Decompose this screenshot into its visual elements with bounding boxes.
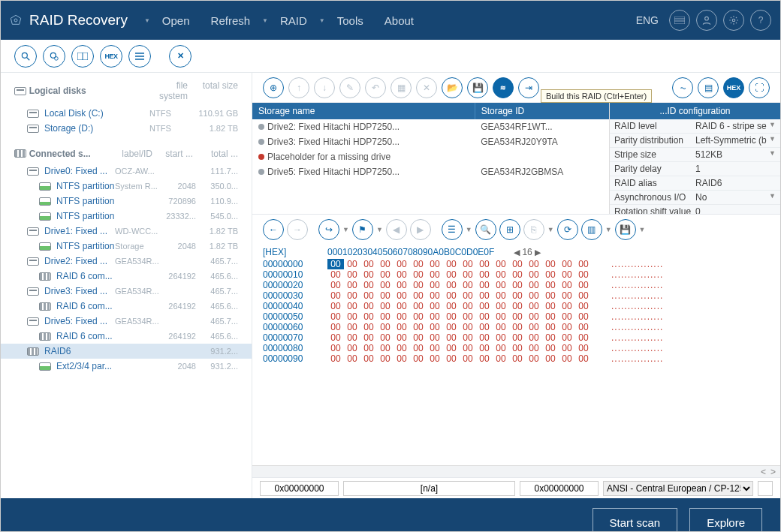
- hex-toggle-button[interactable]: HEX: [723, 77, 744, 98]
- svg-point-7: [22, 53, 27, 58]
- toggle-panel-icon[interactable]: [669, 10, 690, 31]
- menu-raid[interactable]: RAID: [271, 10, 316, 32]
- goto-button[interactable]: ↪: [318, 219, 339, 240]
- build-raid-button[interactable]: ≋: [493, 77, 514, 98]
- footer: Start scan Explore: [1, 498, 780, 532]
- status-extra[interactable]: [758, 481, 773, 496]
- open-button[interactable]: 📂: [442, 77, 463, 98]
- storage-row[interactable]: Ext2/3/4 par...2048931.2...: [1, 359, 252, 374]
- config-row[interactable]: RAID aliasRAID6: [610, 176, 780, 191]
- config-row[interactable]: Asynchronous I/ONo▼: [610, 191, 780, 205]
- status-mid[interactable]: [343, 481, 515, 496]
- hex-row[interactable]: 0000002000000000000000000000000000000000…: [263, 280, 770, 290]
- app-logo: RAID Recovery: [10, 12, 128, 29]
- hex-row[interactable]: 0000009000000000000000000000000000000000…: [263, 353, 770, 364]
- caret-icon: ▼: [262, 17, 268, 24]
- columns-button[interactable]: ▥: [581, 219, 602, 240]
- hex-row[interactable]: 0000004000000000000000000000000000000000…: [263, 301, 770, 311]
- hex-row[interactable]: 0000003000000000000000000000000000000000…: [263, 290, 770, 301]
- copy-button[interactable]: ⎘: [523, 219, 544, 240]
- menu-open[interactable]: Open: [153, 10, 199, 32]
- help-icon[interactable]: ?: [750, 10, 771, 31]
- activity-icon[interactable]: ⏦: [672, 77, 693, 98]
- config-row[interactable]: Parity delay1: [610, 162, 780, 176]
- storage-row[interactable]: NTFS partitionStorage20481.82 TB: [1, 239, 252, 254]
- connected-storages-tree: Drive0: Fixed ...OCZ-AW...111.7...NTFS p…: [1, 162, 252, 375]
- storage-row[interactable]: NTFS partition23332...545.0...: [1, 209, 252, 224]
- find-button[interactable]: 🔍: [475, 219, 496, 240]
- hex-row[interactable]: 0000001000000000000000000000000000000000…: [263, 269, 770, 280]
- storage-row[interactable]: RAID 6 com...264192465.6...: [1, 269, 252, 284]
- nav-back-button[interactable]: ←: [263, 219, 284, 240]
- hex-row[interactable]: 0000005000000000000000000000000000000000…: [263, 311, 770, 322]
- sidebar: Logical disks file systemtotal size Loca…: [1, 73, 252, 498]
- start-scan-button[interactable]: Start scan: [593, 508, 678, 533]
- fullscreen-icon[interactable]: ⛶: [749, 77, 770, 98]
- config-header: ...ID configuration: [610, 103, 780, 119]
- next-button[interactable]: ▶: [410, 219, 431, 240]
- drive-toolbar: ⊕ ↑ ↓ ✎ ↶ ▦ ✕ 📂 💾 ≋ ⇥ Build this RAID (C…: [252, 73, 780, 103]
- storage-row[interactable]: Drive5: Fixed ...GEA534R...465.7...: [1, 314, 252, 329]
- svg-point-1: [14, 19, 17, 22]
- list-button[interactable]: [128, 45, 151, 68]
- encoding-select[interactable]: ANSI - Central European / CP-1250: [603, 481, 753, 496]
- hex-scrollbar[interactable]: <>: [252, 465, 780, 477]
- hex-row[interactable]: 0000008000000000000000000000000000000000…: [263, 343, 770, 353]
- grid-button[interactable]: ⊞: [499, 219, 520, 240]
- menu-refresh[interactable]: Refresh: [202, 10, 260, 32]
- table-header[interactable]: Storage ID: [475, 103, 612, 119]
- explore-button[interactable]: Explore: [689, 508, 762, 533]
- partition-button[interactable]: [71, 45, 94, 68]
- language-label[interactable]: ENG: [636, 14, 659, 26]
- move-up-button[interactable]: ↑: [288, 77, 309, 98]
- config-row[interactable]: Rotation shift value0: [610, 205, 780, 214]
- placeholder-button[interactable]: ▦: [390, 77, 412, 98]
- save-button[interactable]: 💾: [467, 77, 488, 98]
- user-icon[interactable]: [696, 10, 717, 31]
- config-row[interactable]: RAID levelRAID 6 - stripe se▼: [610, 119, 780, 134]
- rescan-button[interactable]: [43, 45, 65, 68]
- storage-row[interactable]: NTFS partition720896110.9...: [1, 194, 252, 209]
- hex-row[interactable]: 0000007000000000000000000000000000000000…: [263, 332, 770, 343]
- storage-row[interactable]: RAID 6 com...264192465.6...: [1, 299, 252, 314]
- hex-row[interactable]: 0000006000000000000000000000000000000000…: [263, 322, 770, 332]
- menu-about[interactable]: About: [375, 10, 423, 32]
- table-header[interactable]: Storage name: [252, 103, 475, 119]
- refresh-button[interactable]: ⟳: [557, 219, 578, 240]
- remove-button[interactable]: ✕: [416, 77, 437, 98]
- logical-disk-row[interactable]: Storage (D:)NTFS1.82 TB: [1, 121, 252, 136]
- hex-viewer[interactable]: [HEX] 000102030405060708090A0B0C0D0E0F ◀…: [252, 244, 780, 465]
- config-row[interactable]: Parity distributionLeft-Symmetric (b▼: [610, 134, 780, 148]
- move-down-button[interactable]: ↓: [314, 77, 335, 98]
- offset-input-2[interactable]: [520, 481, 599, 496]
- bookmark-button[interactable]: ⚑: [352, 219, 373, 240]
- view-mode-button[interactable]: ☰: [442, 219, 463, 240]
- storage-row[interactable]: RAID6931.2...: [1, 344, 252, 359]
- gear-icon[interactable]: [723, 10, 744, 31]
- svg-rect-2: [674, 17, 685, 24]
- hex-row[interactable]: 0000000000000000000000000000000000000000…: [263, 259, 770, 269]
- hex-label: [HEX]: [263, 247, 327, 257]
- storage-row[interactable]: Drive0: Fixed ...OCZ-AW...111.7...: [1, 164, 252, 179]
- prev-button[interactable]: ◀: [386, 219, 407, 240]
- config-row[interactable]: Stripe size512KB▼: [610, 148, 780, 162]
- undo-button[interactable]: ↶: [365, 77, 386, 98]
- add-drive-button[interactable]: ⊕: [263, 77, 284, 98]
- search-button[interactable]: [14, 45, 37, 68]
- edit-button[interactable]: ✎: [339, 77, 360, 98]
- close-button[interactable]: ✕: [169, 45, 191, 68]
- hex-view-button[interactable]: HEX: [100, 45, 122, 68]
- storage-row[interactable]: RAID 6 com...264192465.6...: [1, 329, 252, 344]
- export-button[interactable]: ⇥: [518, 77, 539, 98]
- storage-row[interactable]: Drive2: Fixed ...GEA534R...465.7...: [1, 254, 252, 269]
- caret-icon: ▼: [144, 17, 150, 24]
- chart-icon[interactable]: ▤: [698, 77, 719, 98]
- storage-row[interactable]: Drive3: Fixed ...GEA534R...465.7...: [1, 284, 252, 299]
- logical-disk-row[interactable]: Local Disk (C:)NTFS110.91 GB: [1, 106, 252, 121]
- save-hex-button[interactable]: 💾: [615, 219, 636, 240]
- menu-tools[interactable]: Tools: [328, 10, 372, 32]
- nav-fwd-button[interactable]: →: [287, 219, 308, 240]
- storage-row[interactable]: NTFS partitionSystem R...2048350.0...: [1, 179, 252, 194]
- storage-row[interactable]: Drive1: Fixed ...WD-WCC...1.82 TB: [1, 224, 252, 239]
- offset-input-1[interactable]: [260, 481, 339, 496]
